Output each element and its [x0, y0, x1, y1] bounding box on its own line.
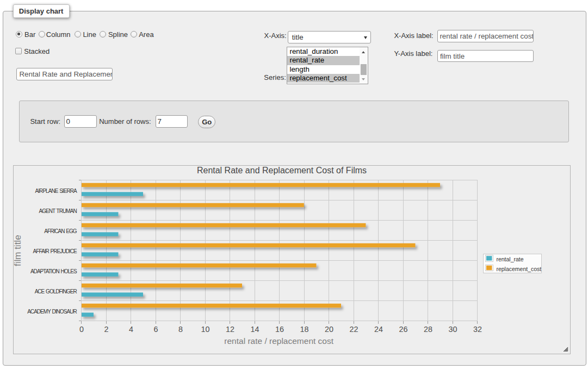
- svg-text:film title: film title: [14, 235, 23, 266]
- svg-text:ACE GOLDFINGER: ACE GOLDFINGER: [35, 289, 77, 294]
- svg-text:10: 10: [201, 325, 209, 334]
- svg-text:6: 6: [153, 325, 158, 334]
- svg-text:Rental Rate and Replacement Co: Rental Rate and Replacement Cost of Film…: [197, 166, 367, 175]
- svg-text:32: 32: [473, 325, 482, 334]
- svg-text:ADAPTATION HOLES: ADAPTATION HOLES: [30, 268, 77, 274]
- svg-text:AGENT TRUMAN: AGENT TRUMAN: [39, 208, 77, 214]
- svg-text:4: 4: [129, 325, 133, 334]
- svg-text:replacement_cost: replacement_cost: [496, 266, 541, 272]
- svg-text:28: 28: [424, 325, 432, 334]
- svg-text:20: 20: [325, 325, 333, 334]
- svg-text:AFRICAN EGG: AFRICAN EGG: [44, 228, 77, 234]
- svg-text:22: 22: [349, 325, 358, 334]
- svg-text:24: 24: [374, 325, 383, 334]
- svg-text:14: 14: [250, 325, 259, 334]
- svg-text:rental_rate: rental_rate: [496, 256, 523, 262]
- svg-text:AIRPLANE SIERRA: AIRPLANE SIERRA: [35, 188, 77, 194]
- svg-text:30: 30: [448, 325, 457, 334]
- svg-text:rental rate / replacement cost: rental rate / replacement cost: [224, 336, 333, 346]
- svg-text:18: 18: [300, 325, 308, 334]
- svg-text:ACADEMY DINOSAUR: ACADEMY DINOSAUR: [27, 309, 77, 315]
- svg-text:16: 16: [275, 325, 284, 334]
- svg-text:8: 8: [178, 325, 183, 334]
- svg-text:AFFAIR PREJUDICE: AFFAIR PREJUDICE: [33, 248, 77, 254]
- svg-text:2: 2: [104, 325, 108, 334]
- svg-text:0: 0: [79, 325, 84, 334]
- svg-text:12: 12: [226, 325, 234, 334]
- svg-text:26: 26: [399, 325, 407, 334]
